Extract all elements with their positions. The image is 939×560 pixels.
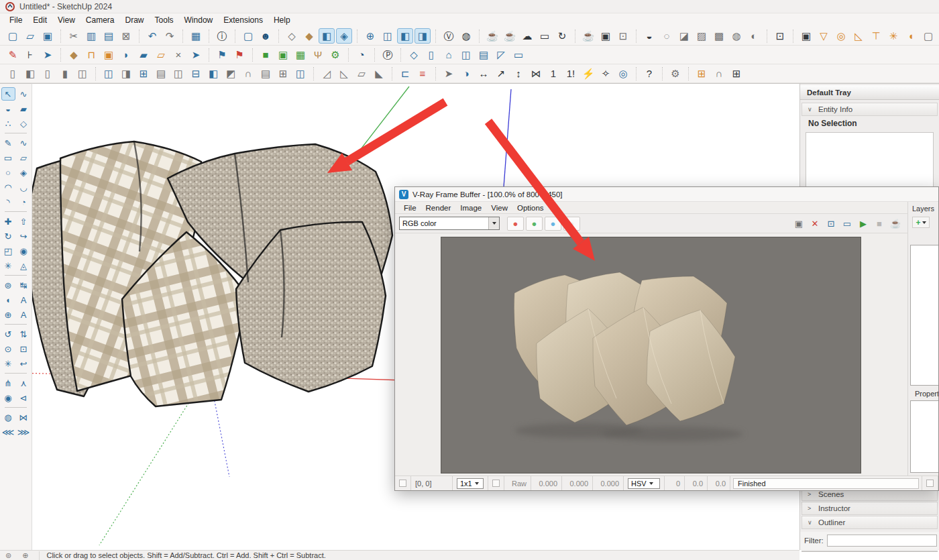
- rotate-tool-icon[interactable]: ↻: [1, 229, 15, 243]
- vray-batch-render-icon[interactable]: ☕: [580, 28, 596, 44]
- vray-sphere-light-icon[interactable]: ◎: [833, 28, 849, 44]
- three-point-arc-icon[interactable]: ◝: [1, 195, 15, 209]
- circle-tool-icon[interactable]: ○: [1, 166, 15, 179]
- menu-draw[interactable]: Draw: [120, 15, 150, 25]
- eraser-tool-icon[interactable]: ▰: [17, 102, 31, 115]
- orbit-tool-icon[interactable]: ↺: [1, 327, 15, 341]
- arch-door-icon[interactable]: ▯: [423, 47, 439, 62]
- new-document-icon[interactable]: ▢: [240, 28, 256, 44]
- arrow-diagonal-icon[interactable]: ↗: [493, 66, 509, 81]
- zoom-window-icon[interactable]: ⊡: [17, 342, 31, 355]
- channel-select[interactable]: RGB color: [399, 217, 500, 230]
- menu-camera[interactable]: Camera: [80, 15, 120, 25]
- pixel-probe-toggle[interactable]: [399, 480, 406, 487]
- material-sphere-icon[interactable]: ◒: [641, 28, 657, 44]
- look-around-icon[interactable]: ◉: [1, 391, 15, 404]
- layers-list[interactable]: [910, 245, 938, 386]
- text-tool-icon[interactable]: A: [17, 293, 31, 306]
- material-checker-box2-icon[interactable]: ▩: [711, 28, 727, 44]
- window-component-icon[interactable]: ⊞: [694, 66, 710, 81]
- scale-important-icon[interactable]: 1!: [563, 66, 579, 81]
- door-icon-5[interactable]: ◫: [74, 66, 91, 81]
- vray-ies-light-icon[interactable]: ⊤: [868, 28, 884, 44]
- credits-icon[interactable]: ⊕: [22, 551, 28, 559]
- vfb-titlebar[interactable]: V V-Ray Frame Buffer - [100.0% of 800 x …: [395, 187, 938, 202]
- axes-tool-icon[interactable]: ✳: [1, 259, 15, 272]
- component-dots-icon[interactable]: ▦: [292, 47, 309, 62]
- clear-image-icon[interactable]: ✕: [808, 217, 822, 230]
- color-mode-select[interactable]: HSV: [624, 476, 665, 490]
- stairs-icon-1[interactable]: ◿: [319, 66, 335, 81]
- interact-hand-icon[interactable]: ➤: [441, 66, 457, 81]
- tape-measure-icon[interactable]: ⊚: [1, 278, 15, 292]
- extension-tool-1-icon[interactable]: ◍: [1, 410, 15, 424]
- vray-render-cloud-icon[interactable]: ☁: [519, 28, 535, 44]
- menu-view[interactable]: View: [52, 15, 80, 25]
- outliner-filter-input[interactable]: [827, 535, 937, 547]
- window-icon-12[interactable]: ◫: [292, 66, 309, 81]
- gears-pair-icon[interactable]: ⚙: [327, 47, 343, 62]
- copy-icon[interactable]: ▥: [83, 28, 99, 44]
- pixel-ratio-select[interactable]: 1x1: [453, 476, 488, 490]
- geolocation-icon[interactable]: ⊚: [5, 551, 11, 559]
- arch-slab-icon[interactable]: ▭: [510, 47, 527, 62]
- vray-interactive-icon[interactable]: ↻: [554, 28, 570, 44]
- vray-omni-light-icon[interactable]: ✳: [885, 28, 901, 44]
- arrow-horizontal-icon[interactable]: ↔: [476, 66, 492, 81]
- window-icon-2[interactable]: ◨: [118, 66, 134, 81]
- open-file-icon[interactable]: ▱: [22, 28, 38, 44]
- add-collaborator-icon[interactable]: ☻: [258, 28, 274, 44]
- line-tool-icon[interactable]: ✎: [1, 136, 15, 150]
- dimension-marker-icon[interactable]: ⊦: [22, 47, 38, 62]
- vray-light-gen-icon[interactable]: ▣: [798, 28, 814, 44]
- zoom-extents-icon[interactable]: ✳: [1, 357, 15, 370]
- vray-render-icon[interactable]: ☕: [484, 28, 500, 44]
- offset-tool-icon[interactable]: ◉: [17, 244, 31, 258]
- vfb-menu-image[interactable]: Image: [455, 204, 486, 212]
- line-pencil-icon[interactable]: ✎: [5, 47, 21, 62]
- arch-box-icon[interactable]: ◇: [406, 47, 422, 62]
- undo-icon[interactable]: ↶: [144, 28, 160, 44]
- paste-icon[interactable]: ▤: [101, 28, 117, 44]
- display-correction-icon[interactable]: ▭: [840, 217, 854, 230]
- sparkle-icon[interactable]: ✧: [598, 66, 614, 81]
- menu-file[interactable]: File: [4, 15, 27, 25]
- vray-frame-buffer-window-icon[interactable]: ▣: [598, 28, 614, 44]
- stairs-icon-2[interactable]: ◺: [336, 66, 352, 81]
- style-monochrome-icon[interactable]: ◈: [336, 28, 352, 44]
- menu-tools[interactable]: Tools: [150, 15, 179, 25]
- add-layer-button[interactable]: +: [912, 217, 930, 228]
- view-front-icon[interactable]: ◧: [397, 28, 413, 44]
- help-icon[interactable]: ?: [641, 66, 657, 81]
- lightning-icon[interactable]: ⚡: [580, 66, 596, 81]
- door-icon-1[interactable]: ▯: [5, 66, 21, 81]
- outliner-list[interactable]: [802, 551, 938, 552]
- zoom-tool-icon[interactable]: ⊙: [1, 342, 15, 355]
- render-interactive-teapot-icon[interactable]: ☕: [888, 217, 903, 230]
- styles-spheres-icon[interactable]: ∴: [1, 117, 15, 130]
- component-gear-icon[interactable]: ▣: [275, 47, 291, 62]
- vray-asset-editor-icon[interactable]: ◍: [458, 28, 474, 44]
- vray-plane-light-icon[interactable]: ▽: [816, 28, 832, 44]
- polygon-tool-icon[interactable]: ◈: [17, 166, 31, 179]
- view-iso-icon[interactable]: ◫: [380, 28, 396, 44]
- material-id-color-icon[interactable]: ◌: [659, 28, 675, 44]
- window-icon-5[interactable]: ◫: [170, 66, 186, 81]
- menu-edit[interactable]: Edit: [27, 15, 52, 25]
- model-info-icon[interactable]: ⓘ: [214, 28, 230, 44]
- window-icon-7[interactable]: ◧: [205, 66, 221, 81]
- dynamic-component-icon[interactable]: ◑: [458, 66, 474, 81]
- scale-tool-icon[interactable]: ◰: [1, 244, 15, 258]
- render-last-icon[interactable]: ▶: [856, 217, 871, 230]
- section-plane-icon[interactable]: ◬: [17, 259, 31, 272]
- ai-assistant-icon[interactable]: ◔: [353, 47, 370, 62]
- channel-green-button[interactable]: ●: [526, 217, 543, 231]
- window-icon-6[interactable]: ⊟: [188, 66, 204, 81]
- material-checker-sphere-icon[interactable]: ◍: [728, 28, 744, 44]
- vray-frame-buffer-window[interactable]: V V-Ray Frame Buffer - [100.0% of 800 x …: [394, 186, 939, 491]
- vray-frame-image-icon[interactable]: ▭: [537, 28, 553, 44]
- push-pull-icon[interactable]: ⇧: [17, 215, 31, 228]
- door-icon-4[interactable]: ▮: [57, 66, 73, 81]
- erase-icon[interactable]: ⊠: [118, 28, 134, 44]
- window-icon-3[interactable]: ⊞: [135, 66, 152, 81]
